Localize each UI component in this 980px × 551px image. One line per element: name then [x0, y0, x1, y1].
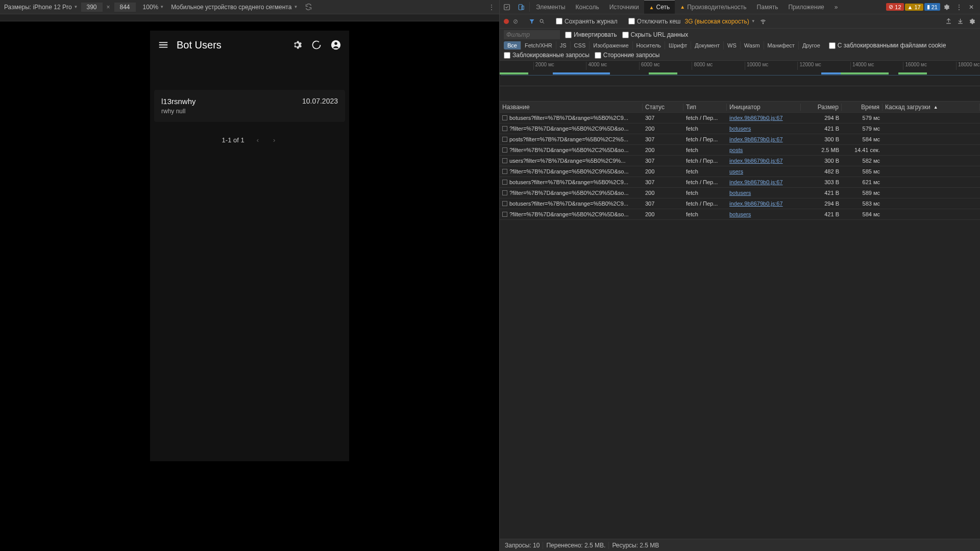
device-frame: Bot Users l13rsnwhy rwhy null 10.07.2023 — [150, 31, 349, 461]
initiator-link[interactable]: index.9b8679b0.js:67 — [729, 158, 783, 164]
initiator-link[interactable]: index.9b8679b0.js:67 — [729, 136, 783, 142]
initiator-link[interactable]: users — [729, 168, 743, 174]
menu-icon[interactable] — [157, 39, 169, 51]
initiator-link[interactable]: botusers — [729, 211, 751, 217]
close-icon[interactable]: ✕ — [966, 2, 977, 13]
status-requests: Запросы: 10 — [505, 542, 540, 549]
device-select[interactable]: Размеры: iPhone 12 Pro ▼ — [4, 4, 78, 11]
type-filter-fetch/xhr[interactable]: Fetch/XHR — [521, 41, 556, 49]
table-row[interactable]: users?filter=%7B%7D&range=%5B0%2C9%...30… — [500, 156, 980, 166]
file-icon — [502, 137, 507, 142]
next-page-icon[interactable]: › — [271, 134, 277, 146]
device-toolbar: Размеры: iPhone 12 Pro ▼ × 100% ▼ Мобиль… — [0, 0, 499, 14]
timeline-tick: 18000 мс — [956, 62, 979, 70]
more-icon[interactable]: ⋮ — [953, 2, 965, 13]
info-badge[interactable]: ▮ 21 — [924, 3, 940, 11]
table-row[interactable]: botusers?filter=%7B%7D&range=%5B0%2C9...… — [500, 177, 980, 188]
upload-icon[interactable] — [945, 18, 952, 24]
wifi-icon[interactable] — [760, 18, 767, 25]
type-filter-js[interactable]: JS — [556, 41, 571, 49]
throttling-select[interactable]: 3G (высокая скорость) ▼ — [684, 18, 755, 25]
col-waterfall[interactable]: Каскад загрузки▲ — [883, 104, 980, 111]
type-filter-wasm[interactable]: Wasm — [741, 41, 764, 49]
hide-url-checkbox[interactable]: Скрыть URL данных — [622, 31, 689, 38]
paginator: 1-1 of 1 ‹ › — [150, 134, 349, 146]
file-icon — [502, 180, 507, 185]
tab-console[interactable]: Консоль — [571, 0, 604, 14]
col-name[interactable]: Название — [500, 104, 643, 111]
device-toggle-icon[interactable] — [514, 0, 528, 14]
tab-network[interactable]: ▲Сеть — [644, 0, 675, 14]
type-filter-шрифт[interactable]: Шрифт — [665, 41, 691, 49]
tab-application[interactable]: Приложение — [783, 0, 829, 14]
refresh-icon[interactable] — [310, 39, 323, 51]
table-row[interactable]: ?filter=%7B%7D&range=%5B0%2C9%5D&so...20… — [500, 188, 980, 198]
tab-elements[interactable]: Элементы — [531, 0, 571, 14]
timeline-tick: 12000 мс — [797, 62, 821, 70]
type-filter-документ[interactable]: Документ — [691, 41, 724, 49]
gear-icon[interactable] — [291, 39, 303, 51]
initiator-link[interactable]: index.9b8679b0.js:67 — [729, 201, 783, 207]
timeline-tick: 8000 мс — [692, 62, 713, 70]
type-filter-изображение[interactable]: Изображение — [590, 41, 632, 49]
clear-icon[interactable]: ⊘ — [513, 18, 518, 25]
initiator-link[interactable]: index.9b8679b0.js:67 — [729, 115, 783, 121]
tabs-overflow[interactable]: » — [829, 0, 843, 14]
width-input[interactable] — [81, 3, 103, 12]
table-row[interactable]: ?filter=%7B%7D&range=%5B0%2C9%5D&so...20… — [500, 209, 980, 220]
chevron-down-icon: ▼ — [751, 19, 755, 23]
initiator-link[interactable]: index.9b8679b0.js:67 — [729, 179, 783, 185]
download-icon[interactable] — [957, 18, 964, 24]
col-size[interactable]: Размер — [801, 104, 842, 111]
zoom-select[interactable]: 100% ▼ — [143, 4, 164, 11]
type-filter-носитель[interactable]: Носитель — [633, 41, 666, 49]
file-icon — [502, 212, 507, 217]
table-row[interactable]: ?filter=%7B%7D&range=%5B0%2C2%5D&so...20… — [500, 145, 980, 156]
disable-cache-checkbox[interactable]: Отключить кеш — [628, 18, 681, 25]
initiator-link[interactable]: botusers — [729, 126, 751, 132]
filter-icon[interactable] — [529, 18, 535, 24]
type-filter-другое[interactable]: Другое — [799, 41, 824, 49]
more-menu-icon[interactable]: ⋮ — [488, 4, 495, 11]
type-filter-все[interactable]: Все — [504, 41, 521, 49]
account-icon[interactable] — [330, 39, 342, 51]
rotate-icon[interactable] — [305, 3, 312, 11]
initiator-link[interactable]: posts — [729, 147, 743, 153]
inspect-icon[interactable] — [500, 0, 514, 14]
throttle-select[interactable]: Мобильное устройство среднего сегмента ▼ — [171, 4, 298, 11]
tab-sources[interactable]: Источники — [604, 0, 644, 14]
warning-badge[interactable]: ▲ 17 — [905, 4, 923, 11]
blocked-cookies-checkbox[interactable]: С заблокированными файлами cookie — [829, 42, 946, 49]
type-filter-манифест[interactable]: Манифест — [764, 41, 799, 49]
search-icon[interactable] — [539, 18, 545, 24]
tab-memory[interactable]: Память — [752, 0, 783, 14]
col-time[interactable]: Время — [842, 104, 883, 111]
file-icon — [502, 190, 507, 195]
filter-input[interactable] — [504, 30, 560, 39]
error-badge[interactable]: ⊘ 12 — [886, 3, 903, 11]
col-initiator[interactable]: Инициатор — [727, 104, 801, 111]
table-row[interactable]: ?filter=%7B%7D&range=%5B0%2C9%5D&so...20… — [500, 123, 980, 134]
table-row[interactable]: botusers?filter=%7B%7D&range=%5B0%2C9...… — [500, 198, 980, 209]
blocked-requests-checkbox[interactable]: Заблокированные запросы — [504, 52, 590, 59]
preview-pane: Размеры: iPhone 12 Pro ▼ × 100% ▼ Мобиль… — [0, 0, 499, 551]
third-party-checkbox[interactable]: Сторонние запросы — [595, 52, 660, 59]
panel-settings-icon[interactable] — [969, 18, 976, 25]
table-row[interactable]: ?filter=%7B%7D&range=%5B0%2C9%5D&so...20… — [500, 166, 980, 177]
record-icon[interactable] — [504, 19, 509, 24]
table-row[interactable]: botusers?filter=%7B%7D&range=%5B0%2C9...… — [500, 113, 980, 123]
type-filter-css[interactable]: CSS — [571, 41, 590, 49]
timeline[interactable]: 2000 мс4000 мс6000 мс8000 мс10000 мс1200… — [500, 61, 980, 86]
prev-page-icon[interactable]: ‹ — [255, 134, 261, 146]
col-status[interactable]: Статус — [643, 104, 683, 111]
settings-icon[interactable] — [941, 2, 952, 13]
tab-performance[interactable]: ▲Производительность — [675, 0, 751, 14]
table-row[interactable]: posts?filter=%7B%7D&range=%5B0%2C2%5...3… — [500, 134, 980, 145]
invert-checkbox[interactable]: Инвертировать — [565, 31, 617, 38]
preserve-log-checkbox[interactable]: Сохранять журнал — [556, 18, 618, 25]
initiator-link[interactable]: botusers — [729, 190, 751, 196]
col-type[interactable]: Тип — [683, 104, 727, 111]
user-card[interactable]: l13rsnwhy rwhy null 10.07.2023 — [154, 90, 345, 122]
height-input[interactable] — [114, 3, 136, 12]
type-filter-ws[interactable]: WS — [724, 41, 741, 49]
